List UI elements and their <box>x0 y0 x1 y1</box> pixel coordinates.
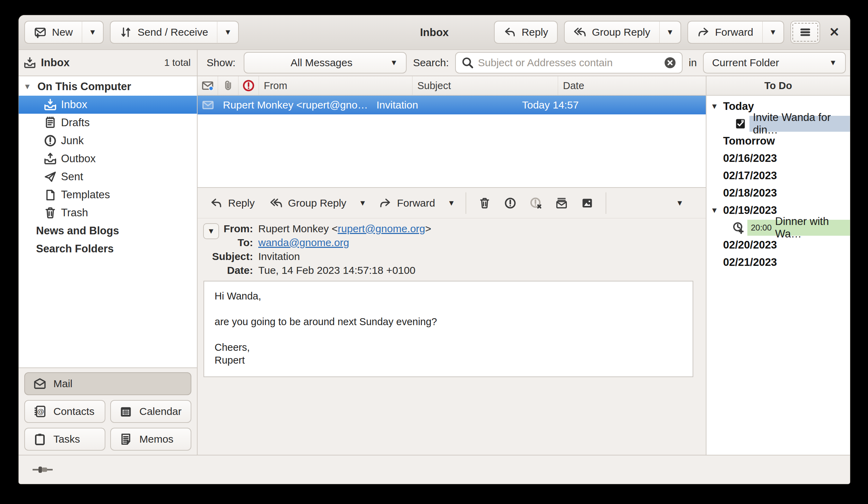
sidebar-item-label: News and Blogs <box>36 225 119 237</box>
todo-group-0217[interactable]: 02/17/2023 <box>706 167 850 184</box>
todo-event-item[interactable]: 20:00Dinner with Wa… <box>706 219 850 236</box>
sidebar-item-search-folders[interactable]: Search Folders <box>19 240 197 258</box>
search-input[interactable] <box>478 57 660 69</box>
sidebar-item-label: Inbox <box>61 98 87 111</box>
forward-button-group: Forward ▼ <box>687 21 784 44</box>
todo-group-0218[interactable]: 02/18/2023 <box>706 184 850 202</box>
todo-group-0216[interactable]: 02/16/2023 <box>706 150 850 167</box>
forward-button-label: Forward <box>715 26 753 38</box>
group-reply-dropdown-button[interactable]: ▼ <box>660 21 681 44</box>
titlebar: Inbox New ▼ Send / Receive ▼ <box>19 15 850 50</box>
expander-icon[interactable]: ▼ <box>711 206 721 215</box>
from-column-header[interactable]: From <box>259 76 413 95</box>
sender-email-link[interactable]: rupert@gnome.org <box>338 223 425 234</box>
group-reply-icon <box>574 26 586 38</box>
todo-event-highlight: 20:00Dinner with Wa… <box>747 220 850 236</box>
tasks-switcher-button[interactable]: Tasks <box>24 428 105 451</box>
mark-not-junk-button[interactable] <box>523 191 549 215</box>
envelope-status-icon <box>201 79 214 92</box>
preview-forward-button[interactable]: Forward <box>371 191 443 215</box>
attachment-column-header[interactable] <box>218 76 238 95</box>
chevron-down-icon: ▼ <box>666 28 674 36</box>
message-subject: Invitation <box>372 99 517 111</box>
filter-controls: Show: All Messages ▼ Search: in Current … <box>198 50 850 76</box>
group-reply-button-group: Group Reply ▼ <box>564 21 681 44</box>
tasks-switcher-label: Tasks <box>53 433 80 445</box>
calendar-switcher-button[interactable]: Calendar <box>110 400 191 423</box>
sidebar-item-label: Junk <box>61 134 84 147</box>
titlebar-right-group: Reply Group Reply ▼ Forward ▼ <box>494 21 842 44</box>
search-label: Search: <box>413 57 449 69</box>
new-button[interactable]: New <box>24 21 82 44</box>
reply-button[interactable]: Reply <box>494 21 558 44</box>
sidebar-item-label: Search Folders <box>36 243 114 255</box>
new-dropdown-button[interactable]: ▼ <box>82 21 104 44</box>
sidebar-item-templates[interactable]: Templates <box>19 186 197 204</box>
search-scope-dropdown[interactable]: Current Folder ▼ <box>703 52 846 73</box>
date-column-header[interactable]: Date <box>558 76 706 95</box>
message-row-selected[interactable]: Rupert Monkey <rupert@gno… Invitation To… <box>198 96 706 114</box>
expander-icon[interactable]: ▼ <box>21 82 33 91</box>
header-date-row: Date: Tue, 14 Feb 2023 14:57:18 +0100 <box>198 263 706 277</box>
preview-reply-button[interactable]: Reply <box>202 191 262 215</box>
todo-task-item[interactable]: Invite Wanda for din… <box>706 115 850 132</box>
message-list-empty-area[interactable] <box>198 114 706 188</box>
sidebar-item-sent[interactable]: Sent <box>19 168 197 186</box>
mark-junk-button[interactable] <box>497 191 523 215</box>
expander-icon[interactable]: ▼ <box>711 102 721 111</box>
contacts-switcher-button[interactable]: @ Contacts <box>24 400 105 423</box>
read-status-column-header[interactable] <box>198 76 218 95</box>
preview-toolbar-overflow-dropdown[interactable]: ▼ <box>671 191 688 215</box>
sidebar-item-news-and-blogs[interactable]: News and Blogs <box>19 222 197 240</box>
preview-toolbar: Reply Group Reply ▼ Forward <box>198 188 706 218</box>
important-column-header[interactable] <box>238 76 259 95</box>
sidebar-item-label: Templates <box>61 189 110 201</box>
sidebar-item-inbox[interactable]: Inbox <box>19 96 197 114</box>
mail-icon <box>33 377 46 390</box>
todo-header: To Do <box>706 76 850 96</box>
preview-group-reply-button[interactable]: Group Reply <box>262 191 354 215</box>
search-icon <box>461 57 474 69</box>
preview-group-reply-dropdown[interactable]: ▼ <box>354 191 371 215</box>
collapse-headers-button[interactable]: ▼ <box>203 223 219 239</box>
preview-pane: Reply Group Reply ▼ Forward <box>198 188 706 455</box>
message-date: Today 14:57 <box>517 99 706 111</box>
memos-switcher-button[interactable]: Memos <box>110 428 191 451</box>
trash-icon <box>478 197 491 209</box>
preview-forward-dropdown[interactable]: ▼ <box>443 191 460 215</box>
forward-icon <box>379 197 391 209</box>
sidebar-item-trash[interactable]: Trash <box>19 204 197 222</box>
forward-dropdown-button[interactable]: ▼ <box>763 21 784 44</box>
subject-column-header[interactable]: Subject <box>413 76 558 95</box>
todo-group-0221[interactable]: 02/21/2023 <box>706 254 850 271</box>
clear-search-icon[interactable] <box>664 57 676 69</box>
sidebar-item-outbox[interactable]: Outbox <box>19 150 197 168</box>
show-filter-dropdown[interactable]: All Messages ▼ <box>244 52 407 73</box>
forward-button[interactable]: Forward <box>687 21 763 44</box>
message-from: Rupert Monkey <rupert@gno… <box>218 99 372 111</box>
sidebar-item-drafts[interactable]: Drafts <box>19 114 197 132</box>
chevron-down-icon: ▼ <box>359 199 366 207</box>
calendar-switcher-label: Calendar <box>139 406 182 417</box>
contacts-icon: @ <box>33 405 46 418</box>
sidebar-item-on-this-computer[interactable]: ▼ On This Computer <box>19 78 197 96</box>
hamburger-menu-button[interactable] <box>790 21 820 44</box>
read-mail-icon <box>202 99 214 111</box>
group-reply-icon <box>270 197 283 209</box>
sent-icon <box>44 170 57 183</box>
reply-icon <box>504 26 516 38</box>
mail-switcher-button[interactable]: Mail <box>24 372 191 395</box>
load-images-button[interactable] <box>574 191 600 215</box>
online-status-icon[interactable] <box>33 465 53 474</box>
send-receive-button[interactable]: Send / Receive <box>110 21 217 44</box>
message-pane: From Subject Date Rupert Monkey <rupert@… <box>198 76 706 455</box>
group-reply-button[interactable]: Group Reply <box>564 21 659 44</box>
recipient-email-link[interactable]: wanda@gnome.org <box>258 237 349 248</box>
close-window-button[interactable]: ✕ <box>826 25 842 40</box>
task-icon <box>734 118 747 130</box>
delete-message-button[interactable] <box>472 191 497 215</box>
sidebar-item-junk[interactable]: Junk <box>19 132 197 150</box>
filter-bar: Inbox 1 total Show: All Messages ▼ Searc… <box>19 50 850 76</box>
send-receive-dropdown-button[interactable]: ▼ <box>217 21 239 44</box>
mark-read-button[interactable] <box>549 191 574 215</box>
